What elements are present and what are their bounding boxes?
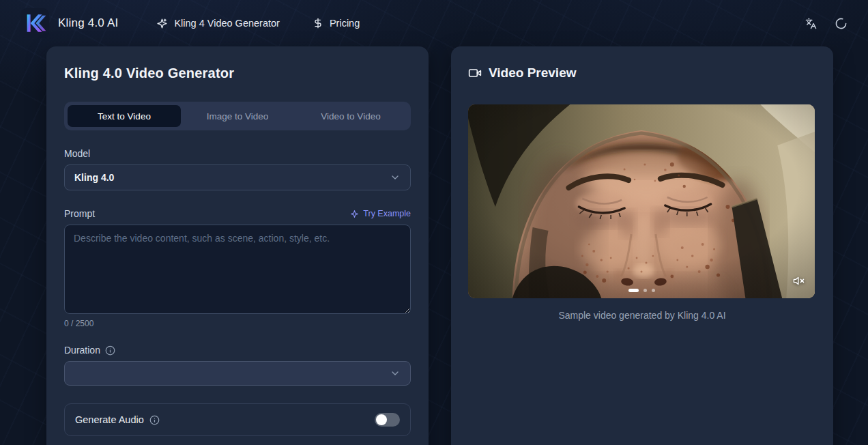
main-nav: Kling 4 Video Generator Pricing	[156, 18, 360, 29]
model-label: Model	[64, 148, 411, 159]
carousel-dot-2[interactable]	[643, 289, 647, 292]
brand-title: Kling 4.0 AI	[58, 16, 118, 30]
main-content: Kling 4.0 Video Generator Text to Video …	[0, 46, 868, 445]
sparkles-icon	[156, 18, 168, 29]
toggle-knob	[376, 414, 387, 425]
model-value: Kling 4.0	[74, 172, 114, 183]
preview-header: Video Preview	[468, 66, 816, 81]
tab-image-to-video[interactable]: Image to Video	[181, 105, 294, 127]
generator-card: Kling 4.0 Video Generator Text to Video …	[46, 46, 429, 445]
try-example-button[interactable]: Try Example	[350, 209, 411, 218]
carousel-dot-3[interactable]	[652, 289, 655, 292]
prompt-label: Prompt	[64, 208, 95, 219]
sample-video-frame	[468, 104, 815, 298]
volume-muted-icon	[793, 275, 805, 287]
preview-title: Video Preview	[489, 66, 577, 81]
video-player[interactable]	[468, 104, 815, 298]
loading-spinner-icon	[835, 17, 848, 30]
duration-label: Duration	[64, 345, 411, 356]
kling-double-k-icon	[23, 12, 46, 35]
generate-audio-setting: Generate Audio	[64, 403, 411, 436]
mute-button[interactable]	[793, 275, 805, 289]
chevron-down-icon	[390, 172, 401, 183]
duration-select[interactable]	[64, 361, 411, 386]
dollar-icon	[313, 18, 323, 29]
prompt-textarea[interactable]	[64, 225, 411, 314]
video-preview-card: Video Preview	[451, 46, 833, 445]
preview-caption: Sample video generated by Kling 4.0 AI	[468, 310, 816, 321]
language-button[interactable]	[805, 18, 817, 29]
nav-label-video-generator: Kling 4 Video Generator	[174, 18, 280, 29]
tab-text-to-video[interactable]: Text to Video	[68, 105, 181, 127]
mode-tabs: Text to Video Image to Video Video to Vi…	[64, 102, 411, 130]
model-select[interactable]: Kling 4.0	[64, 164, 411, 190]
generate-audio-toggle[interactable]	[375, 413, 400, 427]
char-counter: 0 / 2500	[64, 319, 411, 328]
video-camera-icon	[468, 66, 482, 80]
nav-item-video-generator[interactable]: Kling 4 Video Generator	[156, 18, 280, 29]
carousel-dot-1[interactable]	[628, 289, 639, 292]
info-icon	[149, 415, 160, 425]
generator-title: Kling 4.0 Video Generator	[64, 66, 411, 81]
kling-logo[interactable]	[20, 8, 49, 38]
nav-item-pricing[interactable]: Pricing	[313, 18, 360, 29]
header-actions	[805, 17, 848, 30]
info-icon	[105, 345, 115, 356]
nav-label-pricing: Pricing	[330, 18, 360, 29]
tab-video-to-video[interactable]: Video to Video	[294, 105, 407, 127]
sparkles-icon	[350, 210, 359, 218]
carousel-dots	[468, 289, 815, 292]
generate-audio-label: Generate Audio	[75, 414, 160, 425]
prompt-row: Prompt Try Example	[64, 208, 411, 219]
top-navbar: Kling 4.0 AI Kling 4 Video Generator Pri…	[0, 0, 868, 46]
language-icon	[805, 18, 817, 29]
chevron-down-icon	[390, 368, 401, 379]
